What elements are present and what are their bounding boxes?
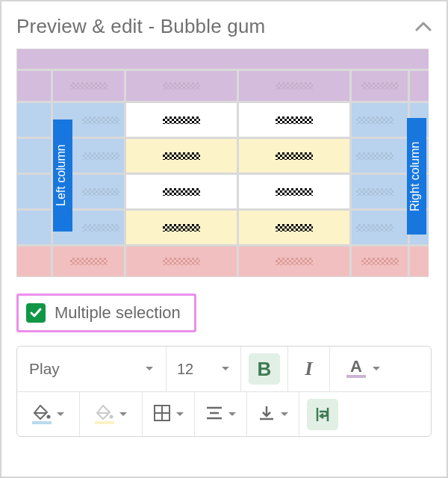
font-size-select[interactable]: 12: [167, 347, 241, 391]
font-family-value: Play: [29, 360, 60, 378]
align-center-icon: [205, 406, 223, 423]
dropdown-caret-icon: [175, 412, 184, 418]
borders-icon: [153, 404, 171, 425]
svg-point-1: [109, 415, 113, 418]
valign-bottom-icon: [258, 405, 276, 424]
dropdown-caret-icon: [280, 412, 289, 418]
panel-header: Preview & edit - Bubble gum: [16, 15, 432, 38]
fill-color-button[interactable]: [17, 392, 80, 436]
dropdown-caret-icon: [372, 366, 381, 372]
text-wrap-icon: [307, 399, 338, 430]
dropdown-caret-icon: [228, 412, 237, 418]
multiple-selection-toggle[interactable]: Multiple selection: [16, 294, 196, 332]
font-color-button[interactable]: A: [330, 347, 397, 391]
dropdown-caret-icon: [119, 412, 128, 418]
panel-title: Preview & edit - Bubble gum: [16, 15, 265, 38]
alt-fill-color-button[interactable]: [80, 392, 143, 436]
font-color-icon: A: [346, 360, 366, 378]
borders-button[interactable]: [143, 392, 195, 436]
toolbar-row-1: Play 12 B I A: [17, 347, 431, 391]
font-family-select[interactable]: Play: [17, 347, 167, 391]
paint-bucket-icon: [32, 405, 52, 424]
italic-button[interactable]: I: [288, 347, 330, 391]
bold-icon: B: [249, 353, 280, 385]
toolbar-row-2: [17, 391, 431, 436]
collapse-button[interactable]: [415, 21, 432, 33]
right-column-label: Right column: [407, 118, 426, 235]
paint-bucket-icon: [95, 405, 114, 424]
text-wrap-button[interactable]: [299, 392, 346, 436]
horizontal-align-button[interactable]: [195, 392, 247, 436]
multiple-selection-label: Multiple selection: [55, 303, 181, 323]
vertical-align-button[interactable]: [247, 392, 299, 436]
left-column-label: Left column: [53, 120, 72, 232]
svg-point-0: [46, 415, 50, 418]
preview-edit-panel: Preview & edit - Bubble gum Left column …: [0, 0, 448, 478]
checkbox-checked-icon: [26, 303, 46, 323]
table-preview[interactable]: Left column Right column: [16, 49, 429, 277]
dropdown-caret-icon: [145, 366, 154, 372]
font-size-value: 12: [177, 361, 193, 378]
bold-button[interactable]: B: [241, 347, 288, 391]
formatting-toolbar: Play 12 B I A: [16, 346, 432, 437]
dropdown-caret-icon: [56, 412, 65, 418]
dropdown-caret-icon: [221, 366, 230, 372]
italic-icon: I: [305, 358, 312, 380]
